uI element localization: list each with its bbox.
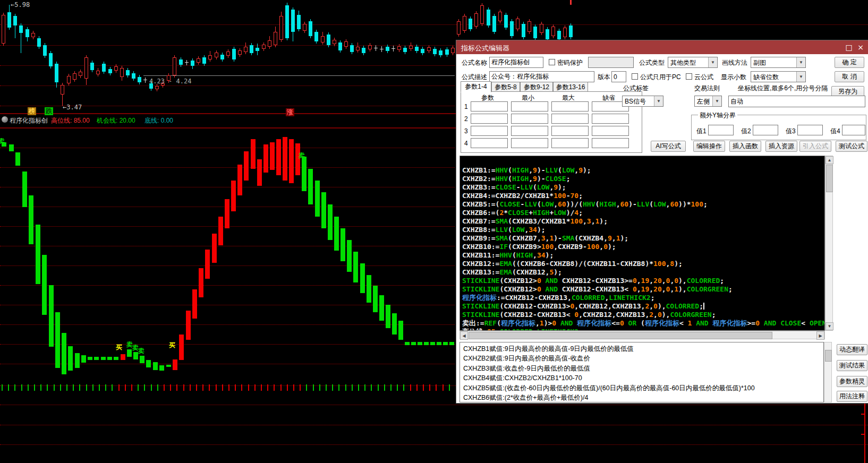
ok-button[interactable]: 确 定 [835, 57, 864, 68]
test-formula-button[interactable]: 测试公式 [836, 141, 867, 152]
dynamic-translate-button[interactable]: 动态翻译 [837, 344, 867, 355]
draw-method-select[interactable]: 副图 ▼ [751, 57, 806, 68]
candle-body [215, 53, 218, 57]
chevron-down-icon[interactable]: ▼ [796, 57, 805, 67]
explain-vscrollbar[interactable] [824, 342, 832, 402]
version-label: 版本 [598, 73, 610, 82]
code-line: CXHZB6:=(2*CLOSE+HIGH+LOW)/4; [462, 209, 583, 217]
chevron-down-icon[interactable]: ▼ [654, 96, 663, 106]
formula-desc-input[interactable] [489, 71, 594, 82]
maximize-icon[interactable]: □ [844, 42, 854, 52]
candle-body [380, 49, 384, 49]
tab-params-9-12[interactable]: 参数9-12 [520, 82, 553, 92]
y-value3-input[interactable] [797, 125, 823, 135]
formula-code-editor[interactable]: CXHZB1:=HHV(HIGH,9)-LLV(LOW,9);CXHZB2:=H… [459, 156, 825, 331]
candle-body [421, 49, 424, 53]
cloud-formula-checkbox[interactable] [686, 73, 692, 80]
indicator-bar [392, 313, 397, 335]
tick [86, 384, 87, 391]
tab-params-5-8[interactable]: 参数5-8 [491, 82, 520, 92]
param-input[interactable] [471, 114, 508, 124]
chevron-down-icon[interactable]: ▼ [708, 57, 717, 67]
y-value4-input[interactable] [842, 125, 865, 135]
signal-marker: 卖 [299, 151, 305, 160]
tick [28, 384, 29, 391]
close-icon[interactable]: × [856, 42, 865, 52]
indicator-title[interactable]: 程序化指标创 [10, 116, 48, 125]
param-input[interactable] [592, 126, 629, 136]
param-input[interactable] [511, 114, 548, 124]
pc-only-checkbox[interactable] [632, 73, 638, 80]
grid-line [0, 265, 455, 266]
formula-tag-select[interactable]: BS信号 ▼ [622, 96, 663, 107]
scroll-up-icon[interactable]: ▲ [826, 156, 833, 164]
indicator-bar [22, 172, 27, 207]
param-input[interactable] [592, 114, 629, 124]
chevron-down-icon[interactable]: ▼ [796, 72, 805, 82]
param-input[interactable] [511, 138, 548, 148]
param-input[interactable] [511, 101, 548, 112]
param-input[interactable] [592, 138, 629, 148]
tick [176, 384, 177, 391]
param-input[interactable] [551, 126, 589, 136]
trade-rule-select[interactable]: 左侧 ▼ [694, 96, 722, 107]
code-line: STICKLINE(CXHZB12-CXHZB13< 0,CXHZB12,CXH… [462, 311, 716, 319]
tick [364, 384, 365, 391]
candle-body [457, 21, 461, 35]
indicator-bar [360, 263, 365, 293]
tick [287, 384, 288, 391]
text-cursor [703, 303, 704, 310]
indicator-icon[interactable] [2, 116, 8, 123]
insert-function-button[interactable]: 插入函数 [729, 141, 761, 152]
cancel-button[interactable]: 取 消 [835, 71, 864, 82]
version-input[interactable] [611, 71, 626, 82]
candle-body [31, 33, 35, 37]
scroll-left-icon[interactable]: ◀ [460, 331, 468, 340]
chevron-down-icon[interactable]: ▼ [712, 96, 721, 106]
edit-operations-button[interactable]: 编辑操作 [693, 141, 725, 152]
candle-body [279, 16, 283, 40]
indicator-bar [15, 152, 20, 166]
scroll-down-icon[interactable]: ▼ [826, 322, 833, 330]
tab-params-1-4[interactable]: 参数1-4 [461, 81, 491, 92]
password-protect-checkbox[interactable] [549, 59, 555, 65]
tick [14, 384, 15, 391]
badge-die[interactable]: 跌 [45, 107, 53, 115]
indicator-bar [443, 342, 448, 345]
y-value1-input[interactable] [708, 125, 734, 135]
param-input[interactable] [551, 138, 589, 148]
insert-resource-button[interactable]: 插入资源 [765, 141, 797, 152]
param-wizard-button[interactable]: 参数精灵 [837, 376, 867, 387]
candle-body [522, 24, 525, 37]
code-vscrollbar[interactable]: ▲ ▼ [825, 156, 833, 331]
indicator-bar [251, 139, 256, 169]
formula-name-input[interactable] [489, 57, 543, 68]
candle-body [403, 48, 407, 52]
scroll-right-icon[interactable]: ▶ [816, 331, 824, 340]
scroll-thumb[interactable] [826, 165, 833, 192]
tab-params-13-16[interactable]: 参数13-16 [553, 82, 588, 92]
param-input[interactable] [551, 101, 589, 112]
candle-body [132, 73, 135, 79]
formula-type-select[interactable]: 其他类型 ▼ [668, 57, 718, 68]
legend-bottom-line: 底线: 0.00 [144, 116, 173, 125]
y-value2-input[interactable] [753, 125, 778, 135]
code-hscrollbar[interactable]: ◀ ▶ [459, 331, 825, 339]
scroll-thumb[interactable] [469, 332, 772, 339]
param-input[interactable] [471, 126, 508, 136]
indicator-bar [192, 289, 197, 319]
param-input[interactable] [511, 126, 548, 136]
dialog-titlebar[interactable]: 指标公式编辑器 □ × [456, 40, 868, 54]
candle-body [297, 15, 301, 29]
param-input[interactable] [551, 114, 589, 124]
test-result-button[interactable]: 测试结果 [837, 360, 867, 371]
usage-notes-button[interactable]: 用法注释 [837, 391, 867, 402]
param-input[interactable] [471, 101, 508, 112]
coord-line-input[interactable] [728, 96, 865, 107]
ai-write-formula-button[interactable]: AI写公式 [651, 141, 686, 152]
indicator-bar [328, 204, 333, 240]
scroll-thumb[interactable] [825, 350, 832, 362]
decimals-select[interactable]: 缺省位数 ▼ [751, 71, 806, 82]
badge-bang[interactable]: 榜 [28, 107, 36, 115]
param-input[interactable] [471, 138, 508, 148]
